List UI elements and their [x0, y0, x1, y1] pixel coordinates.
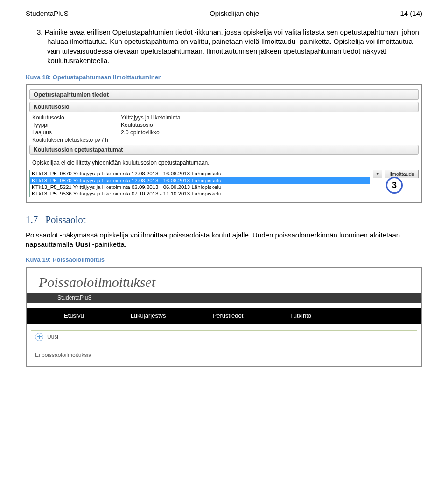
doc-title-center: Opiskelijan ohje	[210, 9, 259, 17]
no-events-notice: Opiskelijaa ei ole liitetty yhteenkään k…	[29, 157, 419, 169]
field-value: 2.0 opintoviikko	[121, 129, 160, 136]
main-nav: Etusivu Lukujärjestys Perustiedot Tutkin…	[27, 308, 421, 324]
figure-caption-19: Kuva 19: Poissaoloilmoitus	[26, 256, 422, 263]
plus-icon	[35, 333, 43, 341]
para-bold: Uusi	[75, 240, 91, 248]
enroll-button[interactable]: Ilmoittaudu	[385, 170, 419, 178]
field-label: Koulutuksen oletuskesto pv / h	[32, 137, 121, 143]
event-option[interactable]: KTk13_P5_9536 Yrittäjyys ja liiketoimint…	[30, 190, 370, 197]
event-option[interactable]: KTk13_P5_9870 Yrittäjyys ja liiketoimint…	[30, 177, 370, 184]
para-span: -painiketta.	[90, 240, 126, 248]
field-value: Koulutusosio	[121, 122, 153, 128]
callout-badge: 3	[386, 177, 403, 194]
no-absences-message: Ei poissaoloilmoituksia	[27, 343, 421, 360]
page-title: Poissaoloilmoitukset	[27, 268, 421, 293]
nav-item-lukujarjestys[interactable]: Lukujärjestys	[107, 312, 189, 319]
event-select-current[interactable]: KTk13_P5_9870 Yrittäjyys ja liiketoimint…	[30, 170, 370, 177]
teaching-events-dialog: Opetustapahtumien tiedot Koulutusosio Ko…	[26, 84, 422, 203]
event-select[interactable]: KTk13_P5_9870 Yrittäjyys ja liiketoimint…	[29, 170, 370, 197]
doc-title-left: StudentaPluS	[26, 9, 69, 17]
paragraph-poissaolot: Poissaolot -näkymässä opiskelija voi ilm…	[26, 230, 422, 250]
absence-reports-view: Poissaoloilmoitukset StudentaPluS Etusiv…	[26, 267, 422, 367]
instruction-step: 3. Painike avaa erillisen Opetustapahtum…	[26, 28, 422, 65]
nav-item-tutkinto[interactable]: Tutkinto	[266, 312, 335, 319]
new-absence-label: Uusi	[47, 334, 58, 340]
new-absence-button[interactable]: Uusi	[31, 330, 417, 343]
nav-item-etusivu[interactable]: Etusivu	[41, 312, 107, 319]
field-label: Laajuus	[32, 129, 121, 136]
heading-poissaolot: 1.7Poissaolot	[26, 214, 422, 226]
doc-page-num: 14 (14)	[400, 9, 422, 17]
figure-caption-18: Kuva 18: Opetustapahtumaan ilmoittautumi…	[26, 74, 422, 81]
section-events-header: Koulutusosion opetustapahtumat	[29, 145, 419, 155]
chevron-down-icon[interactable]: ▼	[373, 170, 382, 178]
field-value: Yrittäjyys ja liiketoiminta	[121, 114, 180, 121]
dialog-title: Opetustapahtumien tiedot	[29, 89, 419, 100]
step-text: Painike avaa erillisen Opetustapahtumien…	[45, 28, 419, 64]
section-koulutusosio-header: Koulutusosio	[29, 102, 419, 112]
step-number: 3.	[37, 28, 43, 36]
event-option[interactable]: KTk13_P5_5221 Yrittäjyys ja liiketoimint…	[30, 184, 370, 190]
heading-text: Poissaolot	[45, 214, 85, 225]
field-label: Koulutusosio	[32, 114, 121, 121]
field-label: Tyyppi	[32, 122, 121, 128]
heading-number: 1.7	[26, 214, 38, 225]
nav-item-perustiedot[interactable]: Perustiedot	[189, 312, 267, 319]
app-subtitle-bar: StudentaPluS	[27, 293, 421, 303]
